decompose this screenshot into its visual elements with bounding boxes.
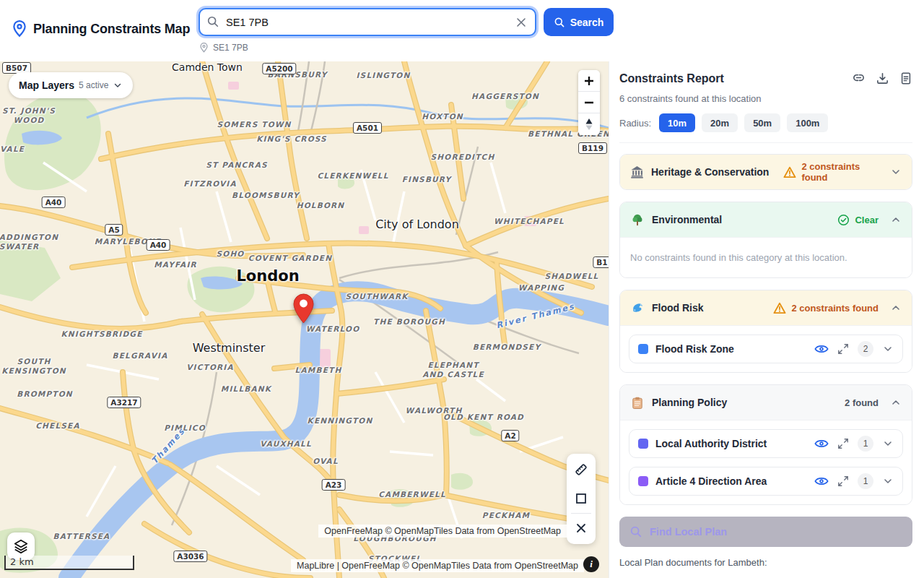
layer-color-swatch [638,344,648,354]
warning-icon [773,302,786,314]
layer-name: Article 4 Direction Area [655,475,807,487]
location-marker[interactable] [292,293,315,324]
file-text-icon [899,72,912,85]
road-shield: A3036 [173,551,207,562]
category-body-flood-risk: Flood Risk Zone2 [620,325,912,372]
layers-icon [13,538,29,554]
copy-link-button[interactable] [852,72,866,85]
zoom-to-layer-button[interactable] [837,475,849,487]
road-shield: A501 [353,122,382,134]
road-shield: A40 [147,239,170,251]
map-layers-label: Map Layers [19,79,74,91]
map-layers-dropdown[interactable]: Map Layers 5 active [9,72,133,98]
map-layers-active-count: 5 active [79,80,108,90]
suggestion-text: SE1 7PB [213,43,248,53]
category-title: Planning Policy [652,397,727,408]
search-icon [629,525,642,538]
check-circle-icon [837,214,850,226]
app-title: Planning Constraints Map [33,22,190,37]
draw-toolbar [567,454,596,544]
link-icon [852,72,866,85]
layer-count-badge: 1 [858,436,873,452]
category-header-heritage[interactable]: Heritage & Conservation2 constraints fou… [620,155,912,189]
constraints-summary: 6 constraints found at this location [619,93,912,104]
attribution-info-button[interactable]: i [583,556,599,572]
eye-icon [814,438,829,449]
search-button[interactable]: Search [544,8,614,36]
zoom-out-button[interactable] [578,92,600,113]
close-icon [575,522,587,534]
zoom-to-layer-button[interactable] [837,343,849,355]
layer-row[interactable]: Local Authority District1 [629,429,903,458]
layer-expand-button[interactable] [882,343,894,355]
chevron-down-icon [890,166,902,178]
road-shield: B1 [593,256,609,268]
wave-icon [630,301,645,314]
expand-icon [837,343,849,355]
warning-icon [783,166,796,178]
layer-expand-button[interactable] [882,475,894,487]
search-suggestion[interactable]: SE1 7PB [199,43,248,53]
chevron-up-icon [890,214,902,225]
category-header-flood-risk[interactable]: Flood Risk2 constraints found [620,290,912,325]
top-header: Planning Constraints Map Search SE1 7PB [0,0,924,61]
minus-icon [583,97,595,108]
toggle-visibility-button[interactable] [814,438,829,449]
tree-icon [630,213,645,227]
radius-selector: Radius: 10m20m50m100m [619,113,912,143]
layer-name: Local Authority District [655,438,807,449]
radius-label: Radius: [619,118,651,129]
clear-search-button[interactable] [513,14,529,30]
category-body-environmental: No constraints found in this category at… [620,237,912,277]
radius-chip-100m[interactable]: 100m [787,113,828,132]
zoom-in-button[interactable] [578,70,600,92]
category-card-heritage: Heritage & Conservation2 constraints fou… [619,154,912,190]
attribution-primary-text: MapLibre | OpenFreeMap © OpenMapTiles Da… [297,561,578,571]
expand-icon [837,438,849,449]
road-shield: A5 [105,224,123,236]
toggle-visibility-button[interactable] [814,343,829,355]
layer-expand-button[interactable] [882,438,894,449]
download-icon [876,72,889,85]
search-icon [206,15,219,28]
category-body-planning-policy: Local Authority District1Article 4 Direc… [620,420,912,504]
category-header-environmental[interactable]: EnvironmentalClear [620,202,912,237]
attribution-secondary[interactable]: OpenFreeMap © OpenMapTiles Data from Ope… [318,525,567,538]
search-container [199,8,536,36]
eye-icon [814,343,829,355]
draw-rectangle-button[interactable] [567,484,596,513]
report-document-button[interactable] [899,72,912,85]
layer-row[interactable]: Article 4 Direction Area1 [629,467,903,496]
chevron-down-icon [882,475,894,487]
find-local-plan-button[interactable]: Find Local Plan [619,517,912,547]
clear-drawing-button[interactable] [567,514,596,543]
radius-chip-50m[interactable]: 50m [744,113,780,132]
radius-chip-10m[interactable]: 10m [659,113,695,132]
layer-name: Flood Risk Zone [655,343,807,355]
category-card-flood-risk: Flood Risk2 constraints foundFlood Risk … [619,290,912,373]
category-card-planning-policy: Planning Policy2 foundLocal Authority Di… [619,384,912,505]
search-input[interactable] [199,8,536,36]
chevron-up-icon [890,302,902,314]
road-shield: A2 [501,430,519,441]
panel-title: Constraints Report [619,72,724,85]
toggle-visibility-button[interactable] [814,475,829,487]
layer-count-badge: 1 [858,473,873,489]
layer-row[interactable]: Flood Risk Zone2 [629,335,903,363]
info-icon: i [590,558,593,570]
constraints-panel: Constraints Report 6 constraints found a… [609,61,924,578]
find-local-plan-label: Find Local Plan [650,526,727,538]
attribution-primary[interactable]: MapLibre | OpenFreeMap © OpenMapTiles Da… [291,559,584,572]
compass-button[interactable] [578,113,600,135]
layer-color-swatch [638,439,648,449]
road-shield: A3217 [107,397,141,408]
heritage-icon [630,165,644,178]
category-header-planning-policy[interactable]: Planning Policy2 found [620,385,912,420]
zoom-to-layer-button[interactable] [837,438,849,449]
layer-count-badge: 2 [858,341,873,357]
download-report-button[interactable] [876,72,889,85]
measure-button[interactable] [567,455,596,484]
map-canvas[interactable]: Camden TownBARNSBURYISLINGTONHAGGERSTONS… [0,61,609,578]
category-status: 2 constraints found [773,302,879,314]
radius-chip-20m[interactable]: 20m [702,113,738,132]
